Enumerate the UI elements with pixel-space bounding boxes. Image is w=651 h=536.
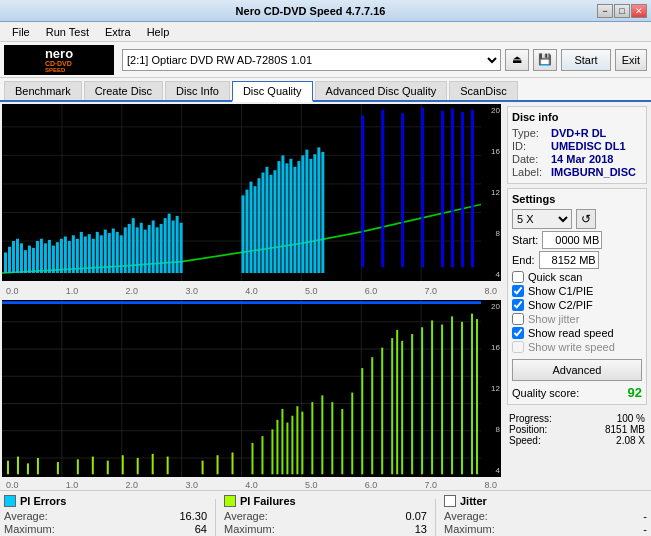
svg-rect-134 xyxy=(401,341,403,474)
quality-score: 92 xyxy=(628,385,642,400)
svg-rect-112 xyxy=(202,461,204,475)
disc-info-section: Disc info Type: DVD+R DL ID: UMEDISC DL1… xyxy=(507,106,647,184)
close-button[interactable]: ✕ xyxy=(631,4,647,18)
jitter-avg-label: Average: xyxy=(444,510,488,522)
pi-errors-avg-label: Average: xyxy=(4,510,48,522)
svg-rect-124 xyxy=(311,402,313,474)
refresh-button[interactable]: ↺ xyxy=(576,209,596,229)
id-label: ID: xyxy=(512,140,547,152)
svg-rect-83 xyxy=(451,109,454,268)
graph1-y-axis: 20 16 12 8 4 xyxy=(482,104,500,281)
pi-failures-stats: PI Failures Average: 0.07 Maximum: 13 To… xyxy=(224,495,427,536)
graph2-x-axis: 0.01.02.03.04.05.06.07.08.0 xyxy=(2,480,501,490)
drive-selector[interactable]: [2:1] Optiarc DVD RW AD-7280S 1.01 xyxy=(122,49,501,71)
maximize-button[interactable]: □ xyxy=(614,4,630,18)
svg-rect-67 xyxy=(281,155,284,273)
show-read-speed-label: Show read speed xyxy=(528,327,614,339)
svg-rect-22 xyxy=(44,243,47,273)
svg-rect-29 xyxy=(72,235,75,273)
date-label: Date: xyxy=(512,153,547,165)
svg-rect-125 xyxy=(321,395,323,474)
id-value: UMEDISC DL1 xyxy=(551,140,626,152)
svg-rect-68 xyxy=(285,163,288,273)
tab-disc-quality[interactable]: Disc Quality xyxy=(232,81,313,102)
svg-rect-136 xyxy=(421,327,423,474)
svg-rect-25 xyxy=(56,242,59,273)
eject-icon[interactable]: ⏏ xyxy=(505,49,529,71)
menu-run-test[interactable]: Run Test xyxy=(38,24,97,40)
svg-rect-27 xyxy=(64,236,67,273)
progress-label: Progress: xyxy=(509,413,552,424)
graph1-x-axis: 0.01.02.03.04.05.06.07.08.0 xyxy=(2,286,501,296)
pi-errors-max-label: Maximum: xyxy=(4,523,55,535)
tab-advanced-disc-quality[interactable]: Advanced Disc Quality xyxy=(315,81,448,100)
svg-rect-35 xyxy=(96,232,99,273)
svg-rect-66 xyxy=(277,161,280,273)
svg-rect-72 xyxy=(301,155,304,273)
menu-help[interactable]: Help xyxy=(139,24,178,40)
tab-create-disc[interactable]: Create Disc xyxy=(84,81,163,100)
jitter-label: Jitter xyxy=(460,495,487,507)
svg-rect-126 xyxy=(331,402,333,474)
svg-rect-30 xyxy=(76,239,79,273)
svg-rect-39 xyxy=(112,228,115,273)
minimize-button[interactable]: − xyxy=(597,4,613,18)
pi-failures-graph: 20 16 12 8 4 xyxy=(2,300,501,477)
svg-rect-78 xyxy=(361,115,364,267)
save-icon[interactable]: 💾 xyxy=(533,49,557,71)
svg-rect-19 xyxy=(32,248,35,273)
tab-benchmark[interactable]: Benchmark xyxy=(4,81,82,100)
svg-rect-48 xyxy=(148,225,151,273)
type-label: Type: xyxy=(512,127,547,139)
speed-selector[interactable]: 5 X xyxy=(512,209,572,229)
svg-rect-82 xyxy=(441,111,444,267)
svg-rect-117 xyxy=(271,429,273,474)
show-read-speed-checkbox[interactable] xyxy=(512,327,524,339)
svg-rect-42 xyxy=(124,227,127,273)
svg-rect-84 xyxy=(461,112,464,267)
show-jitter-checkbox[interactable] xyxy=(512,313,524,325)
show-jitter-label: Show jitter xyxy=(528,313,579,325)
advanced-button[interactable]: Advanced xyxy=(512,359,642,381)
svg-rect-129 xyxy=(361,368,363,474)
exit-button[interactable]: Exit xyxy=(615,49,647,71)
show-write-speed-checkbox[interactable] xyxy=(512,341,524,353)
svg-rect-28 xyxy=(68,241,71,273)
quick-scan-label: Quick scan xyxy=(528,271,582,283)
menu-file[interactable]: File xyxy=(4,24,38,40)
settings-section: Settings 5 X ↺ Start: End: Quick scan xyxy=(507,188,647,405)
svg-rect-138 xyxy=(441,325,443,475)
svg-rect-76 xyxy=(317,147,320,273)
svg-rect-137 xyxy=(431,320,433,474)
svg-rect-110 xyxy=(152,454,154,474)
svg-rect-122 xyxy=(296,406,298,474)
pi-failures-max-label: Maximum: xyxy=(224,523,275,535)
svg-rect-120 xyxy=(286,423,288,475)
start-button[interactable]: Start xyxy=(561,49,610,71)
svg-rect-50 xyxy=(156,227,159,273)
svg-rect-14 xyxy=(12,241,15,273)
svg-rect-23 xyxy=(48,240,51,273)
svg-rect-38 xyxy=(108,233,111,273)
svg-rect-142 xyxy=(476,319,478,474)
svg-rect-43 xyxy=(128,224,131,273)
svg-rect-135 xyxy=(411,334,413,474)
end-input[interactable] xyxy=(539,251,599,269)
tab-scan-disc[interactable]: ScanDisc xyxy=(449,81,517,100)
svg-rect-85 xyxy=(471,110,474,268)
svg-rect-52 xyxy=(164,218,167,273)
menu-extra[interactable]: Extra xyxy=(97,24,139,40)
svg-rect-56 xyxy=(180,223,183,273)
quick-scan-checkbox[interactable] xyxy=(512,271,524,283)
svg-rect-102 xyxy=(27,463,29,474)
divider-1 xyxy=(215,499,216,536)
show-c1-pie-checkbox[interactable] xyxy=(512,285,524,297)
tab-disc-info[interactable]: Disc Info xyxy=(165,81,230,100)
svg-rect-37 xyxy=(104,230,107,273)
pi-failures-avg-value: 0.07 xyxy=(367,510,427,522)
start-input[interactable] xyxy=(542,231,602,249)
svg-rect-59 xyxy=(249,182,252,273)
progress-value: 100 % xyxy=(617,413,645,424)
svg-rect-115 xyxy=(251,443,253,474)
show-c2-pif-checkbox[interactable] xyxy=(512,299,524,311)
